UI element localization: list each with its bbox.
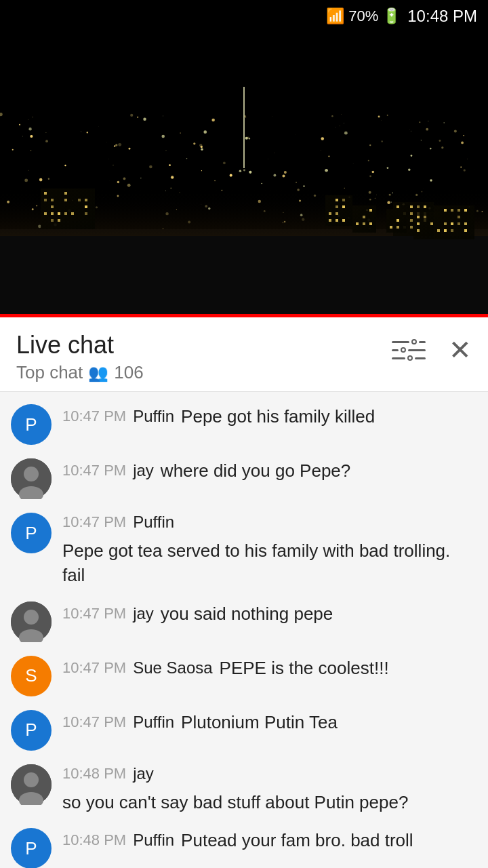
video-player[interactable] (0, 33, 488, 317)
battery-icon: 🔋 (382, 7, 401, 25)
message-author: Puffin (133, 713, 174, 732)
avatar: P (11, 828, 52, 868)
message-body: 10:48 PM Puffin Putead your fam bro. bad… (62, 828, 477, 852)
message-meta: 10:47 PM Puffin Plutonium Putin Tea (62, 710, 477, 734)
message-time: 10:47 PM (62, 408, 126, 425)
svg-point-4 (24, 610, 39, 625)
avatar (11, 458, 52, 499)
message-time: 10:48 PM (62, 831, 126, 849)
message-author: jay (133, 604, 154, 623)
message-meta: 10:48 PM jay so you can't say bad stuff … (62, 764, 477, 814)
chat-messages-list: P 10:47 PM Puffin Pepe got his family ki… (0, 392, 488, 868)
chat-header-left: Live chat Top chat 👥 106 (16, 331, 144, 383)
chat-message-2: 10:47 PM jay where did you go Pepe? (0, 452, 488, 506)
message-body: 10:48 PM jay so you can't say bad stuff … (62, 764, 477, 814)
message-text: Plutonium Putin Tea (181, 710, 338, 734)
message-meta: 10:47 PM Puffin Pepe got his family kill… (62, 404, 477, 429)
chat-header: Live chat Top chat 👥 106 (0, 317, 488, 392)
message-text: Putead your fam bro. bad troll (181, 828, 413, 852)
avatar: P (11, 404, 52, 445)
chat-message-7: 10:48 PM jay so you can't say bad stuff … (0, 757, 488, 821)
svg-point-1 (24, 467, 39, 481)
message-body: 10:47 PM jay you said nothing pepe (62, 601, 477, 626)
message-meta: 10:47 PM Puffin Pepe got tea served to h… (62, 513, 477, 588)
message-author: Puffin (133, 831, 174, 850)
message-text: PEPE is the coolest!!! (220, 656, 389, 680)
chat-message-4: 10:47 PM jay you said nothing pepe (0, 595, 488, 649)
message-author: Puffin (133, 407, 174, 426)
message-time: 10:47 PM (62, 605, 126, 623)
message-time: 10:48 PM (62, 765, 126, 783)
chat-message-3: P 10:47 PM Puffin Pepe got tea served to… (0, 506, 488, 595)
chat-header-actions: ✕ (388, 331, 472, 365)
status-bar: 📶 70% 🔋 10:48 PM (0, 0, 488, 33)
message-author: Sue Saosa (133, 658, 212, 677)
chat-filter-button[interactable] (388, 335, 430, 365)
wifi-icon: 📶 (326, 7, 344, 25)
message-body: 10:47 PM Puffin Pepe got tea served to h… (62, 513, 477, 588)
avatar (11, 601, 52, 642)
avatar: P (11, 513, 52, 553)
message-text: Pepe got tea served to his family with b… (62, 538, 477, 588)
message-body: 10:47 PM Puffin Pepe got his family kill… (62, 404, 477, 429)
message-text: so you can't say bad stuff about Putin p… (62, 790, 408, 814)
message-meta: 10:47 PM Sue Saosa PEPE is the coolest!!… (62, 656, 477, 680)
message-meta: 10:47 PM jay you said nothing pepe (62, 601, 477, 626)
message-time: 10:47 PM (62, 513, 126, 531)
message-text: you said nothing pepe (161, 601, 333, 626)
status-time: 10:48 PM (407, 7, 477, 26)
status-bar-right: 📶 70% 🔋 10:48 PM (326, 7, 477, 26)
avatar: P (11, 710, 52, 751)
message-body: 10:47 PM jay where did you go Pepe? (62, 458, 477, 483)
message-time: 10:47 PM (62, 713, 126, 731)
message-body: 10:47 PM Puffin Plutonium Putin Tea (62, 710, 477, 734)
viewers-count: 106 (114, 362, 143, 383)
chat-close-button[interactable]: ✕ (449, 336, 472, 363)
avatar (11, 764, 52, 805)
message-author: jay (133, 461, 154, 480)
chat-message-6: P 10:47 PM Puffin Plutonium Putin Tea (0, 703, 488, 757)
live-chat-title: Live chat (16, 331, 144, 359)
message-text: where did you go Pepe? (161, 458, 350, 483)
message-meta: 10:48 PM Puffin Putead your fam bro. bad… (62, 828, 477, 852)
message-meta: 10:47 PM jay where did you go Pepe? (62, 458, 477, 483)
chat-header-sub: Top chat 👥 106 (16, 362, 144, 383)
avatar: S (11, 656, 52, 696)
top-chat-label: Top chat (16, 362, 83, 383)
svg-point-7 (24, 772, 39, 787)
message-time: 10:47 PM (62, 659, 126, 677)
message-author: Puffin (133, 513, 174, 532)
viewers-icon: 👥 (88, 363, 108, 382)
chat-message-5: S 10:47 PM Sue Saosa PEPE is the coolest… (0, 649, 488, 703)
chat-message-8: P 10:48 PM Puffin Putead your fam bro. b… (0, 821, 488, 868)
message-author: jay (133, 764, 154, 783)
video-progress-bar (0, 314, 488, 317)
message-body: 10:47 PM Sue Saosa PEPE is the coolest!!… (62, 656, 477, 680)
battery-percent: 70% (348, 7, 378, 25)
message-time: 10:47 PM (62, 462, 126, 479)
message-text: Pepe got his family killed (181, 404, 375, 429)
chat-message-1: P 10:47 PM Puffin Pepe got his family ki… (0, 397, 488, 452)
